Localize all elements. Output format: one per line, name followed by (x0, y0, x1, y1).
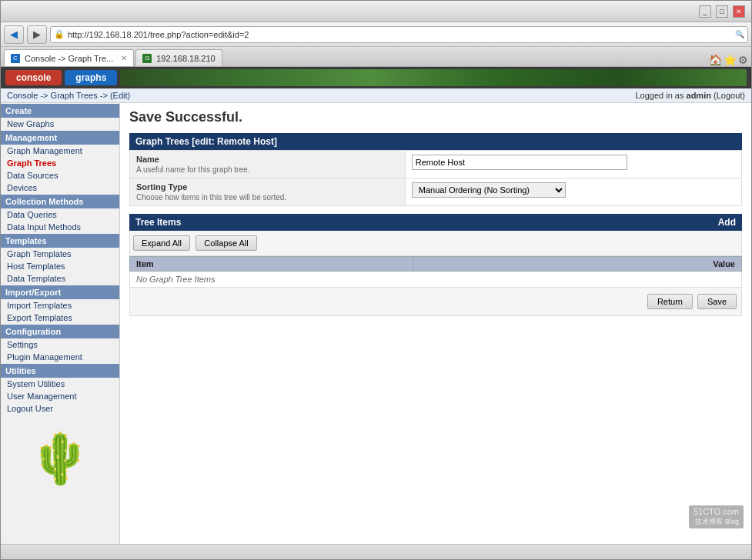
sidebar-item-export-templates[interactable]: Export Templates (1, 312, 119, 324)
console-tab[interactable]: console (5, 70, 62, 85)
section-header: Graph Trees [edit: Remote Host] (129, 133, 742, 150)
tab-favicon-1: C (11, 54, 20, 63)
sidebar-item-import-templates[interactable]: Import Templates (1, 299, 119, 312)
tree-btn-row: Expand All Collapse All (129, 231, 742, 256)
address-bar[interactable]: 🔒 http://192.168.18.201/tree.php?action=… (50, 26, 748, 43)
breadcrumb: Console -> Graph Trees -> (Edit) Logged … (1, 88, 751, 103)
save-btn[interactable]: Save (697, 294, 737, 309)
cactus-image: 🌵 (1, 415, 119, 503)
page-content: CreateNew GraphsManagementGraph Manageme… (1, 103, 751, 544)
sidebar-section-create: Create (1, 104, 119, 118)
sidebar-item-new-graphs[interactable]: New Graphs (1, 118, 119, 130)
sidebar-item-user-management[interactable]: User Management (1, 390, 119, 402)
sidebar-item-data-templates[interactable]: Data Templates (1, 272, 119, 285)
app-nav: console graphs (1, 67, 751, 88)
sidebar-item-data-sources[interactable]: Data Sources (1, 169, 119, 182)
sidebar-item-settings[interactable]: Settings (1, 338, 119, 351)
sidebar-section-utilities: Utilities (1, 364, 119, 378)
nav-bar: ◀ ▶ 🔒 http://192.168.18.201/tree.php?act… (1, 22, 751, 47)
sidebar: CreateNew GraphsManagementGraph Manageme… (1, 103, 120, 544)
sidebar-item-plugin-management[interactable]: Plugin Management (1, 351, 119, 363)
tree-items-add-btn[interactable]: Add (718, 217, 736, 228)
gear-icon[interactable]: ⚙ (738, 54, 748, 66)
tab-console-graph[interactable]: C Console -> Graph Tre... ✕ (4, 49, 134, 66)
col-item: Item (130, 257, 414, 272)
tree-empty-message: No Graph Tree Items (130, 272, 742, 288)
sidebar-item-graph-templates[interactable]: Graph Templates (1, 248, 119, 260)
collapse-all-btn[interactable]: Collapse All (196, 235, 256, 251)
tab-close-1[interactable]: ✕ (121, 54, 127, 62)
save-message: Save Successful. (129, 109, 742, 125)
sidebar-section-import/export: Import/Export (1, 285, 119, 299)
return-btn[interactable]: Return (647, 294, 693, 309)
name-field-label: Name (136, 155, 399, 164)
tab-favicon-2: G (142, 54, 152, 63)
breadcrumb-user: Logged in as admin (Logout) (635, 91, 745, 100)
forward-button[interactable]: ▶ (27, 25, 47, 44)
sorting-label-cell: Sorting Type Choose how items in this tr… (130, 178, 406, 206)
address-text: http://192.168.18.201/tree.php?action=ed… (68, 30, 732, 39)
address-search-icon: 🔍 (735, 30, 744, 38)
main-area: Save Successful. Graph Trees [edit: Remo… (120, 103, 751, 544)
sidebar-section-configuration: Configuration (1, 325, 119, 338)
tree-items-header-row: Item Value (130, 257, 742, 272)
status-bar (1, 544, 751, 559)
tab-label-2: 192.168.18.210 (156, 54, 215, 63)
tree-empty-row: No Graph Tree Items (130, 272, 742, 288)
breadcrumb-console-link[interactable]: Console (7, 91, 38, 100)
sidebar-item-graph-management[interactable]: Graph Management (1, 145, 119, 157)
expand-all-btn[interactable]: Expand All (133, 235, 190, 251)
address-icon: 🔒 (54, 29, 65, 39)
content-body: Save Successful. Graph Trees [edit: Remo… (120, 103, 751, 322)
breadcrumb-path: Console -> Graph Trees -> (Edit) (7, 91, 130, 100)
sorting-field-label: Sorting Type (136, 182, 399, 192)
minimize-btn[interactable]: _ (699, 5, 711, 18)
tree-items-table: Item Value No Graph Tree Items (129, 256, 742, 288)
action-row: Return Save (129, 288, 742, 316)
sidebar-section-management: Management (1, 131, 119, 145)
back-button[interactable]: ◀ (4, 25, 24, 44)
breadcrumb-graph-trees-link[interactable]: Graph Trees (51, 91, 98, 100)
sidebar-item-data-queries[interactable]: Data Queries (1, 208, 119, 221)
sorting-field-desc: Choose how items in this tree will be so… (136, 193, 399, 202)
name-field-desc: A useful name for this graph tree. (136, 165, 399, 174)
sidebar-item-graph-trees[interactable]: Graph Trees (1, 157, 119, 169)
maximize-btn[interactable]: □ (716, 5, 728, 18)
sidebar-item-system-utilities[interactable]: System Utilities (1, 378, 119, 390)
tab-label-1: Console -> Graph Tre... (25, 54, 113, 63)
home-icon[interactable]: 🏠 (709, 54, 722, 66)
col-value: Value (413, 257, 741, 272)
tabs-bar: C Console -> Graph Tre... ✕ G 192.168.18… (1, 47, 751, 67)
sidebar-item-host-templates[interactable]: Host Templates (1, 260, 119, 272)
sorting-input-cell: Manual Ordering (No Sorting) (405, 178, 741, 206)
form-row-name: Name A useful name for this graph tree. (130, 151, 742, 178)
sidebar-item-logout-user[interactable]: Logout User (1, 402, 119, 415)
name-input-cell (405, 151, 741, 178)
graphs-tab[interactable]: graphs (65, 70, 117, 85)
logout-link[interactable]: Logout (717, 91, 743, 100)
username-label: admin (687, 91, 711, 100)
close-btn[interactable]: ✕ (733, 5, 745, 18)
sidebar-item-devices[interactable]: Devices (1, 182, 119, 194)
sorting-select[interactable]: Manual Ordering (No Sorting) (412, 182, 566, 198)
tree-items-title: Tree Items (135, 217, 181, 228)
form-table: Name A useful name for this graph tree. … (129, 150, 742, 206)
name-input[interactable] (412, 155, 627, 170)
form-row-sorting: Sorting Type Choose how items in this tr… (130, 178, 742, 206)
star-icon[interactable]: ⭐ (724, 54, 737, 66)
sidebar-section-collection-methods: Collection Methods (1, 195, 119, 208)
tab-ip[interactable]: G 192.168.18.210 (135, 49, 222, 66)
tree-items-header: Tree Items Add (129, 214, 742, 231)
title-bar: _ □ ✕ (1, 1, 751, 22)
sidebar-item-data-input-methods[interactable]: Data Input Methods (1, 221, 119, 233)
name-label-cell: Name A useful name for this graph tree. (130, 151, 406, 178)
sidebar-section-templates: Templates (1, 234, 119, 248)
